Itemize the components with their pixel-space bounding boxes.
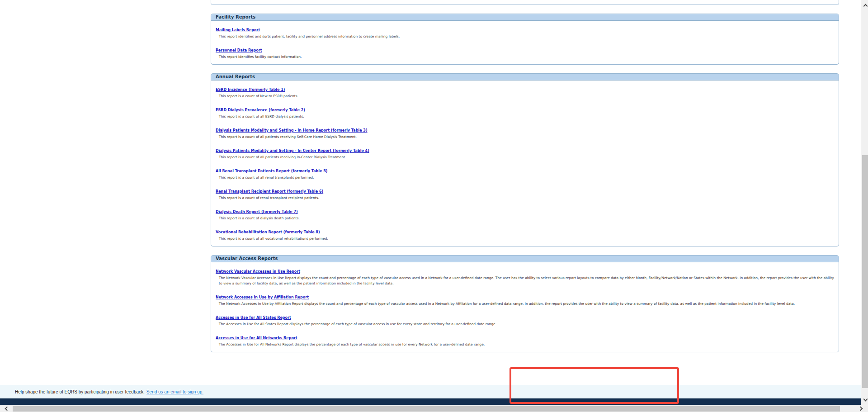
section-annual-reports: Annual Reports ESRD Incidence (formerly … <box>211 73 839 246</box>
report-item: ESRD Incidence (formerly Table 1) This r… <box>216 84 834 99</box>
report-link-modality-in-center[interactable]: Dialysis Patients Modality and Setting -… <box>216 148 369 154</box>
report-item: Dialysis Patients Modality and Setting -… <box>216 145 834 160</box>
report-description: The Network Vascular Accesses in Use Rep… <box>216 275 834 286</box>
report-item: Mailing Labels Report This report identi… <box>216 24 834 39</box>
report-link-network-accesses-affiliation[interactable]: Network Accesses in Use by Affiliation R… <box>216 295 309 300</box>
report-link-personnel-data[interactable]: Personnel Data Report <box>216 48 262 53</box>
feedback-text: Help shape the future of EQRS by partici… <box>15 389 145 394</box>
chevron-right-icon <box>858 407 863 411</box>
report-description: This report is a count of all patients r… <box>216 134 834 140</box>
report-description: This report is a count of all renal tran… <box>216 175 834 180</box>
scroll-up-button[interactable] <box>863 3 868 9</box>
report-link-network-vascular-accesses[interactable]: Network Vascular Accesses in Use Report <box>216 269 300 275</box>
section-title: Annual Reports <box>216 74 255 79</box>
report-description: The Network Accesses in Use by Affiliati… <box>216 301 834 307</box>
scroll-down-button[interactable] <box>863 396 868 402</box>
report-description: This report is a count of New to ESRD pa… <box>216 94 834 99</box>
report-description: This report is a count of all vocational… <box>216 236 834 242</box>
report-description: This report is a count of renal transpla… <box>216 195 834 201</box>
section-header: Annual Reports <box>211 74 839 81</box>
chevron-up-icon <box>863 4 868 8</box>
report-link-vocational-rehabilitation[interactable]: Vocational Rehabilitation Report (former… <box>216 230 320 235</box>
report-description: This report is a count of all patients r… <box>216 155 834 160</box>
page-viewport: Facility Reports Mailing Labels Report T… <box>0 0 861 405</box>
report-description: This report identifies facility contact … <box>216 54 834 60</box>
chevron-left-icon <box>5 407 9 411</box>
report-item: Renal Transplant Recipient Report (forme… <box>216 186 834 201</box>
chevron-down-icon <box>863 397 868 401</box>
report-item: Network Vascular Accesses in Use Report … <box>216 266 834 286</box>
report-item: Accesses in Use for All Networks Report … <box>216 332 834 347</box>
vertical-scrollbar[interactable] <box>861 0 868 405</box>
previous-section-box-partial <box>211 0 839 5</box>
report-link-renal-transplant-recipient[interactable]: Renal Transplant Recipient Report (forme… <box>216 189 323 194</box>
section-body: Mailing Labels Report This report identi… <box>211 21 839 64</box>
report-description: The Accesses in Use for All Networks Rep… <box>216 342 834 347</box>
horizontal-scrollbar[interactable] <box>0 405 868 412</box>
report-link-esrd-dialysis-prevalence[interactable]: ESRD Dialysis Prevalence (formerly Table… <box>216 108 305 113</box>
scrollbar-thumb-horizontal[interactable] <box>13 406 840 412</box>
report-item: Vocational Rehabilitation Report (former… <box>216 227 834 242</box>
section-header: Facility Reports <box>211 14 839 21</box>
report-link-accesses-all-networks[interactable]: Accesses in Use for All Networks Report <box>216 336 297 341</box>
report-item: Personnel Data Report This report identi… <box>216 45 834 60</box>
section-vascular-access-reports: Vascular Access Reports Network Vascular… <box>211 255 839 352</box>
scroll-left-button[interactable] <box>4 406 10 412</box>
report-link-dialysis-death[interactable]: Dialysis Death Report (formerly Table 7) <box>216 209 298 215</box>
report-description: The Accesses in Use for All States Repor… <box>216 322 834 327</box>
report-item: Accesses in Use for All States Report Th… <box>216 312 834 327</box>
report-description: This report identifies and sorts patient… <box>216 34 834 39</box>
page-footer: EQRS Accessibility CMS.gov Contact Help … <box>0 398 861 405</box>
feedback-signup-link[interactable]: Send us an email to sign up. <box>146 389 203 394</box>
report-item: Dialysis Death Report (formerly Table 7)… <box>216 206 834 221</box>
report-item: All Renal Transplant Patients Report (fo… <box>216 166 834 180</box>
report-item: Network Accesses in Use by Affiliation R… <box>216 292 834 307</box>
report-description: This report is a count of dialysis death… <box>216 216 834 221</box>
feedback-bar: Help shape the future of EQRS by partici… <box>0 385 861 398</box>
reports-content: Facility Reports Mailing Labels Report T… <box>211 0 839 352</box>
scrollbar-thumb-vertical[interactable] <box>862 155 868 388</box>
report-item: Dialysis Patients Modality and Setting -… <box>216 125 834 140</box>
report-link-accesses-all-states[interactable]: Accesses in Use for All States Report <box>216 315 291 321</box>
report-item: ESRD Dialysis Prevalence (formerly Table… <box>216 104 834 119</box>
report-link-mailing-labels[interactable]: Mailing Labels Report <box>216 28 260 33</box>
section-body: ESRD Incidence (formerly Table 1) This r… <box>211 81 839 246</box>
report-description: This report is a count of all ESRD dialy… <box>216 114 834 119</box>
report-link-esrd-incidence[interactable]: ESRD Incidence (formerly Table 1) <box>216 87 285 93</box>
report-link-all-renal-transplant[interactable]: All Renal Transplant Patients Report (fo… <box>216 169 327 174</box>
section-title: Facility Reports <box>216 14 255 19</box>
section-header: Vascular Access Reports <box>211 256 839 262</box>
section-facility-reports: Facility Reports Mailing Labels Report T… <box>211 14 839 65</box>
section-body: Network Vascular Accesses in Use Report … <box>211 262 839 352</box>
section-title: Vascular Access Reports <box>216 256 278 261</box>
scroll-right-button[interactable] <box>857 406 863 412</box>
report-link-modality-in-home[interactable]: Dialysis Patients Modality and Setting -… <box>216 128 368 133</box>
